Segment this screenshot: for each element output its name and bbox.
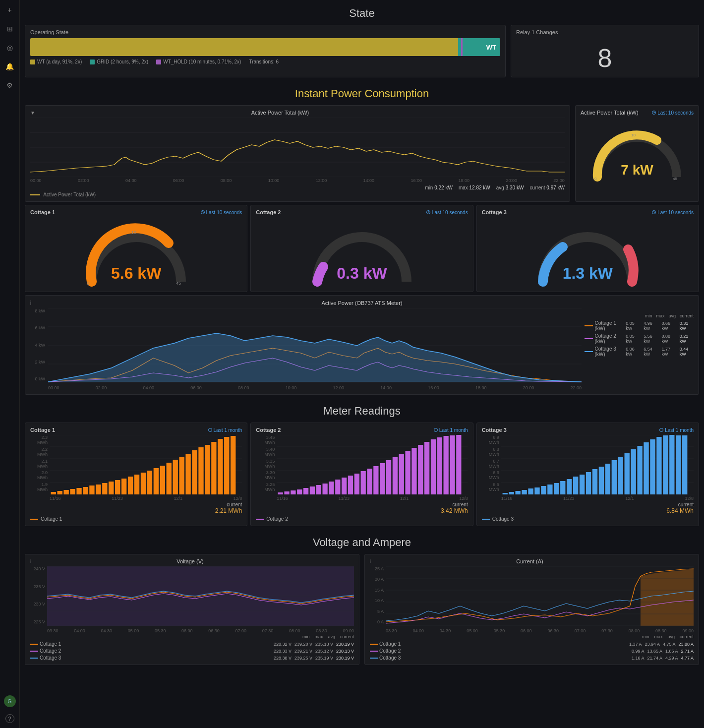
svg-rect-60 xyxy=(211,442,216,494)
user-avatar[interactable]: G xyxy=(4,695,16,707)
svg-rect-45 xyxy=(115,480,120,494)
svg-rect-123 xyxy=(605,464,610,494)
svg-rect-118 xyxy=(573,477,578,494)
cottage3-gauge: 1.3 kW xyxy=(482,217,694,288)
cottage1-value: 5.6 kW xyxy=(111,264,161,283)
svg-rect-99 xyxy=(457,435,462,494)
svg-rect-51 xyxy=(154,468,159,494)
meter-c3-current: current 6.84 MWh xyxy=(482,502,694,514)
active-power-total-chart: ▼ Active Power Total (kW) 00:0002: xyxy=(25,105,570,202)
meter-three-row: Cottage 1 Last 1 month 2.3 MWh 2.2 MWh 2… xyxy=(25,423,699,526)
os-bar-wt-hold xyxy=(461,38,463,56)
voltage-title: Voltage (V) xyxy=(176,558,203,564)
os-transitions: Transitions: 6 xyxy=(249,59,279,64)
meter-cottage2: Cottage 2 Last 1 month 3.45 MWh 3.40 MWh… xyxy=(250,423,473,526)
legend-cottage3: Cottage 3 (kW) 0.06 kW6.54 kW1.77 kW0.44… xyxy=(585,346,694,357)
gear-icon[interactable]: ⚙ xyxy=(5,80,15,90)
svg-rect-83 xyxy=(354,474,359,494)
svg-rect-55 xyxy=(179,457,184,494)
os-bar-wt xyxy=(30,38,458,56)
max-val: 12.82 kW xyxy=(469,185,490,190)
svg-rect-38 xyxy=(70,489,75,494)
svg-text:0: 0 xyxy=(87,281,89,286)
svg-rect-63 xyxy=(231,436,235,494)
svg-rect-49 xyxy=(141,473,146,494)
svg-rect-36 xyxy=(58,491,62,494)
meter-cottage1: Cottage 1 Last 1 month 2.3 MWh 2.2 MWh 2… xyxy=(25,423,247,526)
svg-rect-41 xyxy=(89,485,94,494)
main-chart-stats: min 0.22 kW max 12.82 kW avg 3.30 kW cur… xyxy=(30,185,565,190)
svg-rect-53 xyxy=(167,463,172,494)
svg-text:0: 0 xyxy=(594,177,597,181)
svg-rect-134 xyxy=(676,435,681,494)
svg-point-28 xyxy=(208,428,212,432)
svg-rect-57 xyxy=(192,450,197,494)
cottage1-last: Last 10 seconds xyxy=(201,210,242,215)
main-chart-title: Active Power Total (kW) xyxy=(251,110,309,116)
svg-rect-124 xyxy=(611,460,616,494)
svg-point-64 xyxy=(434,428,437,432)
cottage2-value: 0.3 kW xyxy=(337,264,387,283)
svg-rect-78 xyxy=(323,484,328,494)
svg-rect-108 xyxy=(509,492,514,494)
svg-rect-128 xyxy=(637,446,642,494)
grid-dot xyxy=(90,60,95,64)
meter-c1-current: current 2.21 MWh xyxy=(30,502,242,514)
bell-icon[interactable]: 🔔 xyxy=(5,61,15,71)
main-content: State Operating State WT WT (a day, 91%,… xyxy=(20,0,704,728)
svg-rect-39 xyxy=(76,488,81,494)
meter-readings-title: Meter Readings xyxy=(25,398,699,423)
svg-rect-110 xyxy=(522,490,527,494)
relay-panel: Relay 1 Changes 8 xyxy=(511,25,699,77)
svg-rect-52 xyxy=(160,466,165,494)
meter-c2-last: Last 1 month xyxy=(434,427,468,433)
svg-rect-79 xyxy=(329,482,334,494)
voltage-svg xyxy=(47,566,354,626)
svg-rect-37 xyxy=(63,490,68,494)
svg-rect-46 xyxy=(121,479,126,494)
current-title: Current (A) xyxy=(516,558,543,564)
svg-rect-84 xyxy=(361,471,366,494)
cottage1-title: Cottage 1 xyxy=(30,209,55,215)
svg-rect-113 xyxy=(541,486,546,494)
svg-rect-116 xyxy=(560,481,565,494)
operating-state-panel: Operating State WT WT (a day, 91%, 2x) G… xyxy=(25,25,506,77)
plus-icon[interactable]: + xyxy=(5,5,15,15)
wt-dot xyxy=(30,60,35,64)
svg-rect-117 xyxy=(567,479,572,494)
voltage-panel: i Voltage (V) 240 V 235 V 230 V 225 V xyxy=(25,554,359,665)
os-legend: WT (a day, 91%, 2x) GRID (2 hours, 9%, 2… xyxy=(30,59,500,64)
state-row: Operating State WT WT (a day, 91%, 2x) G… xyxy=(25,25,699,77)
svg-rect-44 xyxy=(109,482,114,494)
cottage1-gauge: 0 10 45 5.6 kW xyxy=(30,217,242,288)
avg-val: 3.30 kW xyxy=(506,185,524,190)
svg-rect-61 xyxy=(218,439,223,494)
globe-icon[interactable]: ◎ xyxy=(5,43,15,53)
grid-icon[interactable]: ⊞ xyxy=(5,24,15,34)
meter-c3-title: Cottage 3 xyxy=(482,427,507,433)
svg-rect-135 xyxy=(682,435,687,494)
svg-rect-80 xyxy=(335,480,340,494)
cottage3-value: 1.3 kW xyxy=(563,264,613,283)
os-legend-wt-hold: WT_HOLD (10 minutes, 0.71%, 2x) xyxy=(156,59,241,64)
question-icon[interactable]: ? xyxy=(5,714,14,723)
svg-rect-129 xyxy=(644,442,648,494)
svg-rect-40 xyxy=(83,487,88,494)
svg-rect-81 xyxy=(342,478,347,494)
state-title: State xyxy=(25,0,699,25)
meter-c2-current: current 3.42 MWh xyxy=(256,502,468,514)
svg-text:10: 10 xyxy=(631,133,636,137)
svg-rect-109 xyxy=(515,491,520,494)
cottage2-title: Cottage 2 xyxy=(256,209,281,215)
svg-rect-72 xyxy=(285,491,290,494)
svg-rect-43 xyxy=(102,483,107,494)
active-power-chart: i Active Power (OB737 ATS Meter) 8 kW 6 … xyxy=(25,295,699,395)
meter-c2-title: Cottage 2 xyxy=(256,427,281,433)
meter-c1-svg xyxy=(50,435,242,494)
svg-rect-90 xyxy=(399,454,404,494)
meter-c1-last: Last 1 month xyxy=(208,427,242,433)
svg-rect-35 xyxy=(51,492,56,494)
svg-rect-111 xyxy=(528,488,533,494)
main-power-svg xyxy=(30,118,565,177)
current-val: 0.97 kW xyxy=(546,185,565,190)
